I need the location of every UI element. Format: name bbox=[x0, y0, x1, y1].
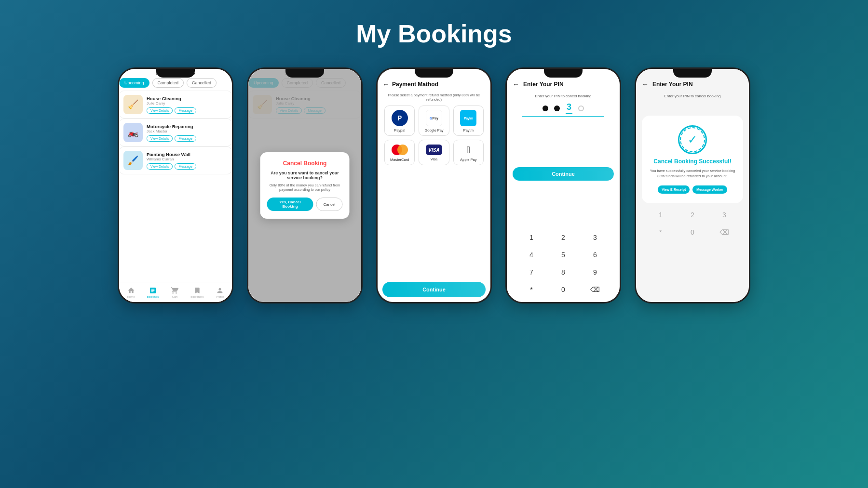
success-card: ✓ Cancel Booking Successful! You have su… bbox=[642, 116, 743, 203]
payment-option-paytm[interactable]: Paytm Paytm bbox=[453, 106, 484, 136]
phone-1-bookings: My Bookings Upcoming Completed Cancelled… bbox=[118, 67, 233, 303]
phone-5-key-backspace: ⌫ bbox=[709, 224, 739, 240]
phone-5-subtitle: Enter your PIN to cancel booking bbox=[642, 94, 743, 98]
apple-label: Apple Pay bbox=[460, 158, 476, 162]
booking-name-moto: Motorcycle Repairing bbox=[147, 124, 228, 129]
booking-card-house-cleaning: 🧹 House Cleaning Julie Carry View Detail… bbox=[119, 91, 232, 119]
phone-5-back-arrow[interactable]: ← bbox=[642, 80, 649, 88]
tab-cancelled[interactable]: Cancelled bbox=[187, 78, 217, 88]
mastercard-label: MasterCard bbox=[390, 158, 409, 162]
booking-sub-moto: Jack Master bbox=[147, 129, 228, 133]
phone-5-screen: ← Enter Your PIN Enter your PIN to cance… bbox=[636, 69, 749, 302]
message-painting[interactable]: Message bbox=[175, 163, 196, 170]
paypal-label: Paypal bbox=[394, 128, 405, 132]
key-1[interactable]: 1 bbox=[516, 230, 546, 245]
pin-dot-4 bbox=[578, 106, 584, 111]
phone-4-pin: ← Enter Your PIN Enter your PIN to cance… bbox=[505, 67, 621, 303]
payment-grid: P Paypal GPay Google Pay Paytm Paytm bbox=[382, 106, 486, 165]
view-details-painting[interactable]: View Details bbox=[147, 163, 173, 170]
pin-title: Enter Your PIN bbox=[523, 81, 564, 88]
cancel-dialog-buttons: Yes, Cancel Booking Cancel bbox=[267, 198, 343, 211]
pin-continue-button[interactable]: Continue bbox=[513, 167, 614, 181]
payment-header: ← Payment Mathod bbox=[382, 80, 486, 88]
phone-4-screen: ← Enter Your PIN Enter your PIN to cance… bbox=[507, 69, 620, 302]
phone-3-content: ← Payment Mathod Please select a payment… bbox=[378, 69, 490, 302]
booking-sub-painting: Williams Curran bbox=[147, 157, 228, 161]
payment-option-mastercard[interactable]: MasterCard bbox=[384, 140, 415, 165]
paytm-icon: Paytm bbox=[460, 110, 476, 126]
nav-cart[interactable]: Cart bbox=[171, 287, 178, 298]
cancel-dialog-desc: Only 80% of the money you can refund fro… bbox=[267, 183, 343, 192]
booking-actions-moto: View Details Message bbox=[147, 135, 228, 142]
booking-name-painting: Painting House Wall bbox=[147, 152, 228, 157]
nav-home-label: Home bbox=[127, 295, 135, 298]
page-title: My Bookings bbox=[0, 19, 868, 48]
paypal-icon: P bbox=[392, 110, 408, 126]
view-details-house[interactable]: View Details bbox=[147, 107, 173, 114]
booking-actions-painting: View Details Message bbox=[147, 163, 228, 170]
phone-5-key-1: 1 bbox=[646, 207, 676, 223]
key-7[interactable]: 7 bbox=[516, 264, 546, 280]
tab-completed[interactable]: Completed bbox=[152, 78, 184, 88]
phone-5-key-star: * bbox=[646, 224, 676, 240]
yes-cancel-booking-button[interactable]: Yes, Cancel Booking bbox=[267, 198, 313, 211]
booking-card-painting: 🖌️ Painting House Wall Williams Curran V… bbox=[119, 146, 232, 174]
key-0[interactable]: 0 bbox=[548, 282, 578, 297]
booking-info-painting: Painting House Wall Williams Curran View… bbox=[147, 152, 228, 170]
key-2[interactable]: 2 bbox=[548, 230, 578, 245]
mastercard-icon bbox=[392, 144, 408, 156]
view-details-moto[interactable]: View Details bbox=[147, 135, 173, 142]
gpay-icon: GPay bbox=[426, 110, 442, 126]
booking-name-house: House Cleaning bbox=[147, 96, 228, 101]
cancel-dialog-button[interactable]: Cancel bbox=[316, 198, 343, 211]
pin-dot-2 bbox=[554, 106, 560, 111]
key-5[interactable]: 5 bbox=[548, 247, 578, 263]
pin-back-arrow[interactable]: ← bbox=[513, 80, 519, 88]
payment-option-gpay[interactable]: GPay Google Pay bbox=[419, 106, 449, 136]
phone-1-tabs: Upcoming Completed Cancelled bbox=[119, 78, 232, 88]
key-6[interactable]: 6 bbox=[580, 247, 610, 263]
phone-4-content: ← Enter Your PIN Enter your PIN to cance… bbox=[507, 69, 620, 302]
phone-5-key-3: 3 bbox=[709, 207, 739, 223]
payment-back-arrow[interactable]: ← bbox=[382, 80, 389, 88]
key-3[interactable]: 3 bbox=[580, 230, 610, 245]
visa-label: Visa bbox=[431, 157, 437, 161]
nav-bookmark[interactable]: Bookmark bbox=[190, 287, 203, 298]
message-worker-button[interactable]: Message Worker bbox=[692, 185, 727, 194]
booking-actions-house: View Details Message bbox=[147, 107, 228, 114]
nav-profile[interactable]: Profile bbox=[216, 287, 224, 298]
message-house[interactable]: Message bbox=[175, 107, 196, 114]
phone-2-screen: My Bookings Upcoming Completed Cancelled… bbox=[248, 69, 361, 302]
payment-title: Payment Mathod bbox=[392, 81, 438, 88]
phone-5-content: ← Enter Your PIN Enter your PIN to cance… bbox=[636, 69, 749, 302]
pin-dot-1 bbox=[542, 106, 548, 111]
tab-upcoming[interactable]: Upcoming bbox=[119, 78, 149, 88]
payment-option-paypal[interactable]: P Paypal bbox=[384, 106, 415, 136]
key-backspace[interactable]: ⌫ bbox=[580, 282, 610, 297]
visa-icon: VISA bbox=[426, 145, 442, 155]
phone-1-content: My Bookings Upcoming Completed Cancelled… bbox=[119, 69, 232, 174]
view-receipt-button[interactable]: View E-Receipt bbox=[658, 185, 690, 194]
payment-option-visa[interactable]: VISA Visa bbox=[419, 140, 449, 165]
nav-bookings-label: Bookings bbox=[147, 295, 159, 298]
key-4[interactable]: 4 bbox=[516, 247, 546, 263]
payment-continue-button[interactable]: Continue bbox=[382, 282, 486, 297]
phone-5-key-0: 0 bbox=[678, 224, 707, 240]
avatar-painting: 🖌️ bbox=[123, 151, 143, 170]
phone-3-payment: ← Payment Mathod Please select a payment… bbox=[376, 67, 492, 303]
phone-3-screen: ← Payment Mathod Please select a payment… bbox=[378, 69, 490, 302]
keypad: 1 2 3 4 5 6 7 8 9 * 0 ⌫ bbox=[513, 230, 614, 297]
key-8[interactable]: 8 bbox=[548, 264, 578, 280]
message-moto[interactable]: Message bbox=[175, 135, 196, 142]
pin-subtitle: Enter your PIN to cancel booking bbox=[513, 94, 614, 98]
key-9[interactable]: 9 bbox=[580, 264, 610, 280]
phone-1-screen: My Bookings Upcoming Completed Cancelled… bbox=[119, 69, 232, 302]
payment-option-apple[interactable]:  Apple Pay bbox=[453, 140, 484, 165]
phone-5-header: ← Enter Your PIN bbox=[642, 80, 743, 88]
success-icon-inner: ✓ bbox=[680, 127, 705, 152]
nav-bookings[interactable]: Bookings bbox=[147, 287, 159, 298]
success-title: Cancel Booking Successful! bbox=[653, 158, 731, 165]
nav-home[interactable]: Home bbox=[127, 287, 135, 298]
key-star[interactable]: * bbox=[516, 282, 546, 297]
nav-profile-label: Profile bbox=[216, 295, 224, 298]
